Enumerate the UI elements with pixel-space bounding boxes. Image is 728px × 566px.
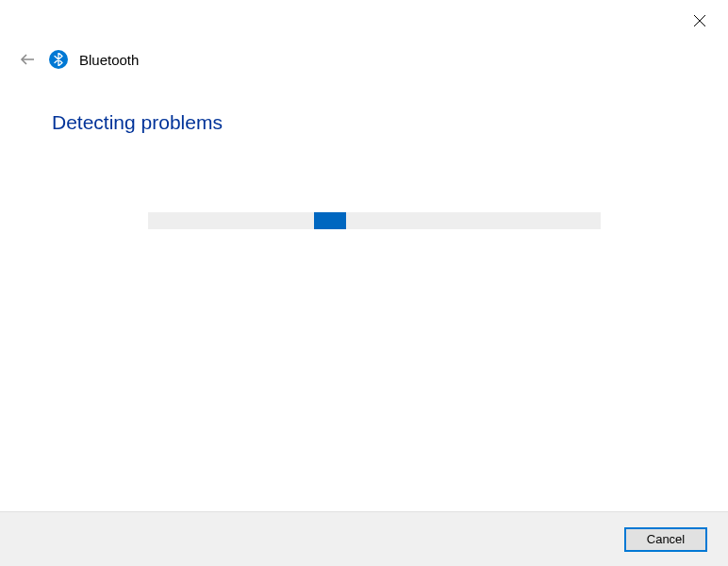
- progress-bar: [148, 212, 601, 229]
- window-title: Bluetooth: [79, 52, 139, 68]
- back-arrow-icon: [19, 51, 36, 68]
- cancel-button[interactable]: Cancel: [624, 527, 707, 552]
- bluetooth-icon: [49, 50, 68, 69]
- header: Bluetooth: [17, 49, 139, 70]
- page-heading: Detecting problems: [52, 111, 223, 134]
- close-button[interactable]: [688, 9, 711, 32]
- progress-indicator: [314, 212, 346, 229]
- footer: Cancel: [0, 511, 728, 566]
- back-button[interactable]: [17, 49, 38, 70]
- close-icon: [693, 14, 706, 27]
